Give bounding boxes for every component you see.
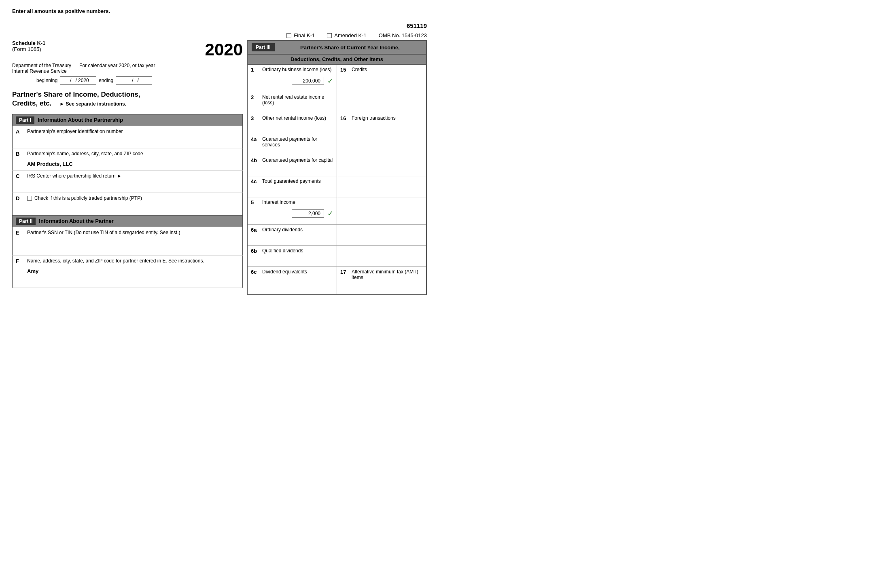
begin-date-input[interactable]: / / 2020 xyxy=(60,76,96,85)
part3-subheader: Deductions, Credits, and Other Items xyxy=(248,55,426,65)
final-k1-checkbox[interactable]: Final K-1 xyxy=(286,32,315,38)
amended-k1-box[interactable] xyxy=(327,33,332,38)
row-3-left: 3 Other net rental income (loss) xyxy=(248,113,337,134)
row4c-label: Total guaranteed payments xyxy=(262,178,333,184)
partner-share-line1: Partner's Share of Income, Deductions, xyxy=(12,90,243,99)
row-15-right: 15 Credits xyxy=(337,65,426,92)
part3-badge: Part III xyxy=(252,43,275,51)
row15-num: 15 xyxy=(340,67,349,73)
row4b-num: 4b xyxy=(251,157,260,163)
checkboxes-row: Final K-1 Amended K-1 OMB No. 1545-0123 xyxy=(12,32,427,38)
part3-title: Partner's Share of Current Year Income, xyxy=(278,44,422,51)
row-c-label: C xyxy=(16,173,23,179)
row-4a-left: 4a Guaranteed payments for services xyxy=(248,134,337,155)
row4c-num: 4c xyxy=(251,178,260,184)
partner-share-line2: Credits, etc. xyxy=(12,99,51,108)
part2-badge: Part II xyxy=(16,218,36,225)
row-4c-left: 4c Total guaranteed payments xyxy=(248,176,337,197)
main-layout: Schedule K-1 (Form 1065) 2020 Department… xyxy=(12,40,427,295)
row16-num: 16 xyxy=(340,115,349,121)
dates-row: beginning / / 2020 ending / / xyxy=(12,76,243,85)
row-17-right: 17 Alternative minimum tax (AMT) items xyxy=(337,267,426,294)
omb-label: OMB No. 1545-0123 xyxy=(379,32,427,38)
dept-left: Department of the Treasury Internal Reve… xyxy=(12,63,71,74)
see-separate: ► See separate instructions. xyxy=(59,101,126,108)
row-6b: 6b Qualified dividends xyxy=(248,246,426,267)
row-2: 2 Net rental real estate income (loss) xyxy=(248,92,426,113)
row-16-right: 16 Foreign transactions xyxy=(337,113,426,134)
row1-value-box[interactable]: 200,000 xyxy=(292,77,324,85)
row-5-right xyxy=(337,197,426,224)
row-4a: 4a Guaranteed payments for services xyxy=(248,134,426,155)
row-6a-right xyxy=(337,225,426,245)
row-1-15: 1 Ordinary business income (loss) 200,00… xyxy=(248,65,426,92)
row-d: D Check if this is a publicly traded par… xyxy=(12,193,243,215)
part1-badge: Part I xyxy=(16,116,34,124)
row-f-value: Amy xyxy=(16,268,38,274)
row6b-label: Qualified dividends xyxy=(262,248,333,254)
row6c-num: 6c xyxy=(251,269,260,275)
amended-k1-checkbox[interactable]: Amended K-1 xyxy=(327,32,367,38)
row-5-left: 5 Interest income 2,000 ✓ xyxy=(248,197,337,224)
left-panel: Schedule K-1 (Form 1065) 2020 Department… xyxy=(12,40,247,288)
row-b-value: AM Products, LLC xyxy=(16,161,73,167)
row-b: B Partnership's name, address, city, sta… xyxy=(12,148,243,171)
tax-year: 2020 xyxy=(205,40,243,59)
row17-label: Alternative minimum tax (AMT) items xyxy=(352,269,423,280)
row3-num: 3 xyxy=(251,115,260,121)
row-6c-left: 6c Dividend equivalents xyxy=(248,267,337,294)
row-3-16: 3 Other net rental income (loss) 16 Fore… xyxy=(248,113,426,134)
part1-title: Information About the Partnership xyxy=(38,117,123,123)
row3-label: Other net rental income (loss) xyxy=(262,115,333,121)
partner-share-heading: Partner's Share of Income, Deductions, C… xyxy=(12,90,243,112)
row-a-text: Partnership's employer identification nu… xyxy=(27,129,239,134)
row-f-label: F xyxy=(16,258,23,264)
row6a-num: 6a xyxy=(251,227,260,233)
dept-row: Department of the Treasury Internal Reve… xyxy=(12,63,243,74)
row-1-left: 1 Ordinary business income (loss) 200,00… xyxy=(248,65,337,92)
row-d-text: Check if this is a publicly traded partn… xyxy=(34,195,142,201)
row15-label: Credits xyxy=(352,67,423,72)
form-number: (Form 1065) xyxy=(12,46,45,52)
row-4b-right xyxy=(337,155,426,176)
row16-label: Foreign transactions xyxy=(352,115,423,121)
row-4b: 4b Guaranteed payments for capital xyxy=(248,155,426,176)
row5-value-box[interactable]: 2,000 xyxy=(292,209,324,218)
row4b-label: Guaranteed payments for capital xyxy=(262,157,333,163)
row1-checkmark: ✓ xyxy=(327,76,333,85)
end-date-input[interactable]: / / xyxy=(116,76,152,85)
row1-num: 1 xyxy=(251,67,260,73)
ptp-checkbox[interactable] xyxy=(27,196,32,201)
row-4a-right xyxy=(337,134,426,155)
beginning-label: beginning xyxy=(36,78,57,83)
row5-num: 5 xyxy=(251,199,260,205)
row-4b-left: 4b Guaranteed payments for capital xyxy=(248,155,337,176)
dept-line1: Department of the Treasury xyxy=(12,63,71,68)
row-a-label: A xyxy=(16,129,23,135)
row6c-label: Dividend equivalents xyxy=(262,269,333,275)
row-6b-left: 6b Qualified dividends xyxy=(248,246,337,267)
schedule-header: Schedule K-1 (Form 1065) 2020 xyxy=(12,40,243,59)
row-c-text: IRS Center where partnership filed retur… xyxy=(27,173,239,179)
row-f: F Name, address, city, state, and ZIP co… xyxy=(12,256,243,288)
calendar-text: For calendar year 2020, or tax year xyxy=(79,63,155,74)
row-e: E Partner's SSN or TIN (Do not use TIN o… xyxy=(12,227,243,256)
row-f-text: Name, address, city, state, and ZIP code… xyxy=(27,258,239,264)
row2-label: Net rental real estate income (loss) xyxy=(262,94,333,106)
row-e-text: Partner's SSN or TIN (Do not use TIN of … xyxy=(27,230,239,235)
schedule-k1-title: Schedule K-1 xyxy=(12,40,45,46)
row6a-label: Ordinary dividends xyxy=(262,227,333,233)
part3-header: Part III Partner's Share of Current Year… xyxy=(248,41,426,55)
part2-header: Part II Information About the Partner xyxy=(12,215,243,227)
final-k1-box[interactable] xyxy=(286,33,291,38)
row6b-num: 6b xyxy=(251,248,260,254)
row-a: A Partnership's employer identification … xyxy=(12,126,243,148)
omb-number: 651119 xyxy=(12,22,427,29)
amended-k1-label: Amended K-1 xyxy=(334,32,367,38)
row-2-right xyxy=(337,92,426,113)
row1-label: Ordinary business income (loss) 200,000 … xyxy=(262,67,333,85)
row-e-label: E xyxy=(16,230,23,236)
final-k1-label: Final K-1 xyxy=(294,32,315,38)
row-5: 5 Interest income 2,000 ✓ xyxy=(248,197,426,225)
row-2-left: 2 Net rental real estate income (loss) xyxy=(248,92,337,113)
